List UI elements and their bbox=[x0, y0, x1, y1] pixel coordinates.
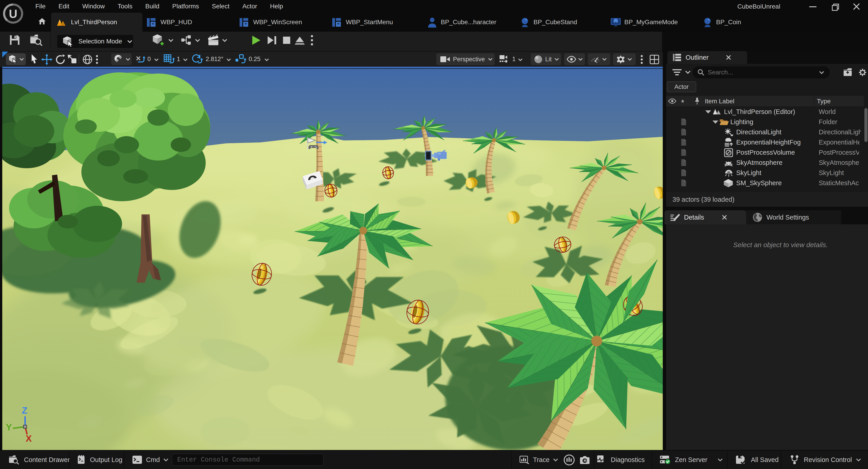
svg-text:Y: Y bbox=[6, 422, 12, 432]
svg-text:U: U bbox=[9, 7, 18, 20]
svg-text:Z: Z bbox=[22, 406, 27, 415]
svg-text:X: X bbox=[26, 434, 32, 443]
